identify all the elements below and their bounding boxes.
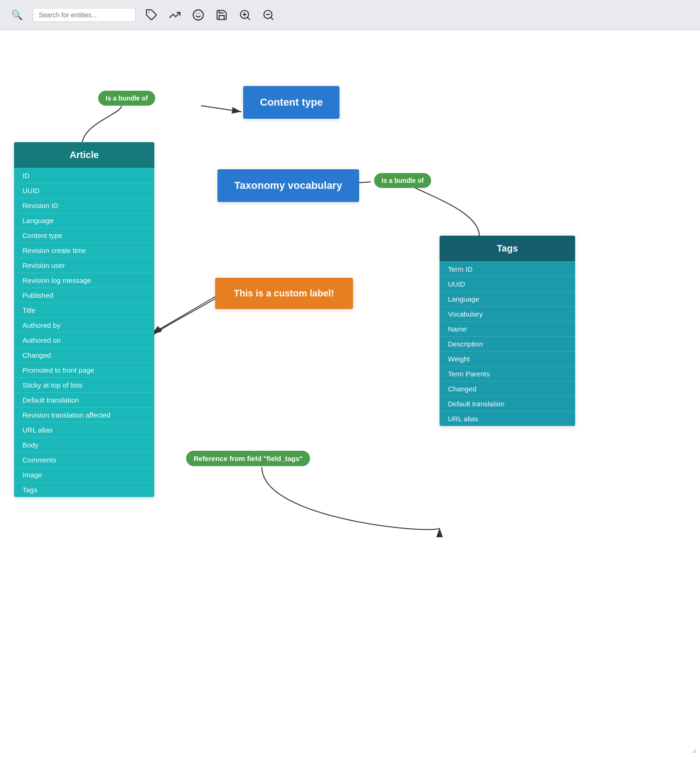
svg-line-12 (201, 106, 241, 112)
article-entity[interactable]: Article ID UUID Revision ID Language Con… (14, 142, 154, 497)
save-icon[interactable] (214, 7, 229, 22)
list-item: Promoted to front page (14, 362, 154, 377)
list-item: Title (14, 303, 154, 317)
canvas: Content type Taxonomy vocabulary Is a bu… (0, 30, 700, 757)
list-item: Description (440, 336, 575, 351)
bundle-of-relation-2[interactable]: Is a bundle of (374, 173, 431, 188)
list-item: Term ID (440, 261, 575, 276)
list-item: Default translation (14, 392, 154, 407)
list-item: Term Parents (440, 366, 575, 381)
list-item: URL alias (14, 422, 154, 437)
list-item: Language (440, 291, 575, 306)
list-item: Tags (14, 482, 154, 497)
list-item: Default translation (440, 396, 575, 411)
list-item: Authored on (14, 332, 154, 347)
search-icon: 🔍 (9, 7, 24, 22)
list-item: Comments (14, 452, 154, 467)
search-box[interactable] (33, 8, 136, 22)
list-item: Revision translation affected (14, 407, 154, 422)
list-item: Body (14, 437, 154, 452)
svg-line-9 (271, 17, 273, 20)
bundle-of-relation-1[interactable]: Is a bundle of (98, 91, 155, 106)
search-input[interactable] (39, 11, 130, 19)
taxonomy-vocabulary-box[interactable]: Taxonomy vocabulary (217, 169, 359, 202)
list-item: Language (14, 213, 154, 228)
list-item: Image (14, 467, 154, 482)
list-item: UUID (440, 276, 575, 291)
list-item: Weight (440, 351, 575, 366)
resize-handle[interactable] (689, 746, 696, 753)
toolbar: 🔍 (0, 0, 700, 30)
list-item: Revision log message (14, 273, 154, 288)
list-item: Revision user (14, 258, 154, 273)
reference-relation[interactable]: Reference from field "field_tags" (186, 451, 310, 466)
svg-line-5 (247, 17, 250, 20)
list-item: ID (14, 168, 154, 183)
custom-label-box[interactable]: This is a custom label! (215, 278, 353, 309)
list-item: Content type (14, 228, 154, 243)
list-item: Published (14, 288, 154, 303)
tags-fields: Term ID UUID Language Vocabulary Name De… (440, 261, 575, 426)
list-item: Vocabulary (440, 306, 575, 321)
list-item: Changed (440, 381, 575, 396)
article-fields: ID UUID Revision ID Language Content typ… (14, 168, 154, 497)
trend-icon[interactable] (167, 7, 182, 22)
taxonomy-vocabulary-label: Taxonomy vocabulary (234, 180, 342, 191)
list-item: Name (440, 321, 575, 336)
tags-entity[interactable]: Tags Term ID UUID Language Vocabulary Na… (440, 236, 575, 426)
tags-header: Tags (440, 236, 575, 261)
face-icon[interactable] (191, 7, 206, 22)
zoom-in-icon[interactable] (238, 7, 253, 22)
list-item: Revision create time (14, 243, 154, 258)
zoom-out-icon[interactable] (261, 7, 276, 22)
article-header: Article (14, 142, 154, 168)
list-item: URL alias (440, 411, 575, 426)
svg-line-14 (152, 296, 216, 334)
list-item: Revision ID (14, 198, 154, 213)
list-item: Authored by (14, 317, 154, 332)
list-item: UUID (14, 183, 154, 198)
list-item: Sticky at top of lists (14, 377, 154, 392)
content-type-label: Content type (260, 96, 323, 108)
svg-point-1 (193, 10, 203, 20)
content-type-box[interactable]: Content type (243, 86, 339, 119)
tag-icon[interactable] (144, 7, 159, 22)
list-item: Changed (14, 347, 154, 362)
